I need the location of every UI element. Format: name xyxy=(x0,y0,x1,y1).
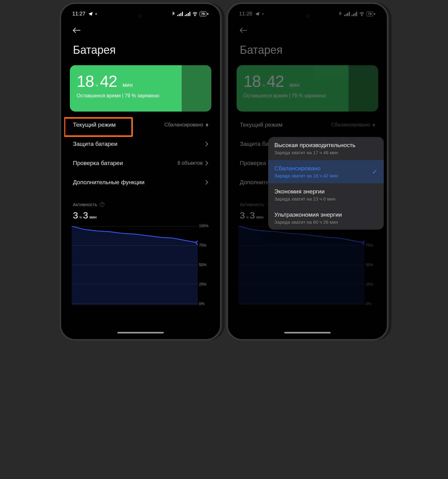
arrow-left-icon xyxy=(239,27,248,34)
battery-chart: 100% 75% 50% 25% 0% xyxy=(70,226,211,303)
battery-subtitle: Оставшееся время | 79 % заряжено xyxy=(243,93,371,99)
chart-y-labels: 100% 75% 50% 25% 0% xyxy=(199,224,211,306)
home-indicator[interactable] xyxy=(284,332,331,333)
telegram-icon xyxy=(255,11,260,16)
svg-rect-0 xyxy=(177,15,178,16)
mode-option-ultra[interactable]: Ультраэкономия энергии Заряда хватит на … xyxy=(268,206,384,230)
phone-frame-left: 11:27 79 Батарея 18 xyxy=(60,3,221,340)
arrow-left-icon xyxy=(72,27,81,34)
wifi-icon xyxy=(359,12,365,16)
check-value: 8 объектов xyxy=(178,160,203,166)
activity-label: Активность ? xyxy=(70,199,211,209)
wifi-icon xyxy=(192,12,198,16)
battery-check-row[interactable]: Проверка батареи 8 объектов xyxy=(70,154,211,173)
signal-icon-2 xyxy=(352,12,357,16)
screen: 11:28 79 Батарея 18 xyxy=(231,7,384,335)
svg-rect-2 xyxy=(180,13,181,16)
svg-rect-4 xyxy=(185,15,186,16)
help-icon[interactable]: ? xyxy=(100,202,104,207)
svg-rect-1 xyxy=(179,14,180,16)
telegram-icon xyxy=(88,11,93,16)
battery-card[interactable]: 18 ч 42 мин Оставшееся время | 79 % заря… xyxy=(237,65,378,112)
svg-rect-18 xyxy=(356,12,357,16)
current-mode-row[interactable]: Текущий режим Сбалансировано xyxy=(70,115,211,134)
mode-value: Сбалансировано xyxy=(331,122,370,128)
svg-rect-14 xyxy=(349,12,350,16)
mode-option-saver[interactable]: Экономия энергии Заряда хватит на 23 ч 0… xyxy=(268,183,384,206)
svg-rect-20 xyxy=(374,13,375,15)
svg-point-8 xyxy=(195,15,195,16)
updown-icon xyxy=(206,123,208,127)
phone-frame-right: 11:28 79 Батарея 18 xyxy=(227,3,388,340)
screen: 11:27 79 Батарея 18 xyxy=(64,7,217,335)
clock: 11:27 xyxy=(72,11,86,17)
mode-option-balanced[interactable]: Сбалансировано Заряда хватит на 18 ч 42 … xyxy=(268,160,384,183)
mode-label: Текущий режим xyxy=(73,121,116,128)
camera-notch xyxy=(138,14,143,18)
battery-tip-icon xyxy=(374,12,376,15)
remaining-time: 18 ч 42 мин xyxy=(77,72,205,91)
clock: 11:28 xyxy=(239,11,252,17)
mode-value: Сбалансировано xyxy=(164,122,203,128)
notification-dot-icon xyxy=(95,13,97,15)
notification-dot-icon xyxy=(262,13,264,15)
back-button[interactable] xyxy=(231,21,384,38)
back-button[interactable] xyxy=(64,21,217,38)
battery-indicator: 79 xyxy=(200,11,209,16)
svg-rect-3 xyxy=(182,12,183,16)
battery-tip-icon xyxy=(207,12,209,15)
updown-icon xyxy=(373,123,375,127)
battery-protect-row[interactable]: Защита батареи xyxy=(70,134,211,154)
svg-point-19 xyxy=(361,15,362,16)
check-icon: ✓ xyxy=(372,168,378,176)
remaining-time: 18 ч 42 мин xyxy=(243,72,371,91)
chart-line xyxy=(239,226,365,305)
home-indicator[interactable] xyxy=(117,332,164,333)
status-bar: 11:28 79 xyxy=(231,7,384,21)
chevron-right-icon xyxy=(205,142,208,146)
signal-icon-2 xyxy=(185,12,190,16)
svg-rect-5 xyxy=(186,14,187,16)
svg-rect-13 xyxy=(347,13,348,16)
svg-point-21 xyxy=(363,241,365,244)
svg-rect-15 xyxy=(352,15,353,16)
battery-card[interactable]: 18 ч 42 мин Оставшееся время | 79 % заря… xyxy=(70,65,211,112)
chart-line xyxy=(72,226,198,305)
mode-popup: Высокая производительность Заряда хватит… xyxy=(268,137,384,230)
chart-y-labels: 100% 75% 50% 25% 0% xyxy=(366,224,378,306)
extra-functions-row[interactable]: Дополнительные функции xyxy=(70,173,211,192)
chevron-right-icon xyxy=(205,161,208,166)
svg-rect-9 xyxy=(207,13,208,15)
svg-point-10 xyxy=(196,241,198,244)
page-title: Батарея xyxy=(231,38,384,65)
signal-icon-1 xyxy=(177,12,183,16)
svg-rect-17 xyxy=(355,13,356,16)
battery-chart: 100% 75% 50% 25% 0% xyxy=(237,226,378,303)
activity-time: 3 ч 3 мин xyxy=(70,209,211,226)
svg-rect-16 xyxy=(353,14,354,16)
extra-label: Дополнительные функции xyxy=(73,179,145,186)
protect-label: Защита батареи xyxy=(73,141,117,147)
svg-rect-7 xyxy=(189,12,190,16)
current-mode-row[interactable]: Текущий режим Сбалансировано xyxy=(237,115,378,134)
mode-option-performance[interactable]: Высокая производительность Заряда хватит… xyxy=(268,137,384,160)
battery-subtitle: Оставшееся время | 79 % заряжено xyxy=(77,93,205,99)
signal-icon-1 xyxy=(344,12,350,16)
bluetooth-icon xyxy=(172,11,175,16)
mode-label: Текущий режим xyxy=(240,121,283,128)
page-title: Батарея xyxy=(64,38,217,65)
svg-rect-12 xyxy=(346,14,347,16)
check-label: Проверка батареи xyxy=(73,160,123,167)
svg-rect-6 xyxy=(188,13,189,16)
svg-rect-11 xyxy=(344,15,345,16)
battery-indicator: 79 xyxy=(366,11,376,16)
chevron-right-icon xyxy=(205,180,208,185)
bluetooth-icon xyxy=(339,11,342,16)
